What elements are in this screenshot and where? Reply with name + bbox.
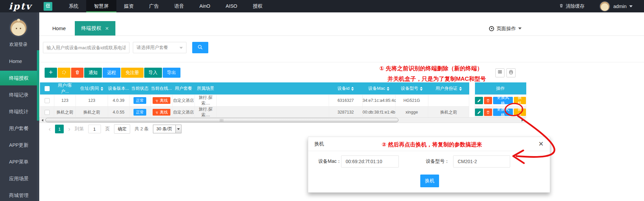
page-operations-label: 页面操作 — [496, 25, 516, 32]
nav-item-voice[interactable]: 语音 — [167, 0, 192, 12]
select-all-checkbox[interactable] — [45, 86, 50, 91]
clear-cache-button[interactable]: 清除缓存 — [559, 3, 585, 9]
col-device-id[interactable]: 设备id — [329, 82, 363, 95]
scrollbar-thumb[interactable] — [45, 118, 398, 122]
page-operations-dropdown[interactable]: 页面操作 — [489, 21, 522, 36]
page-size-select[interactable]: 30 条/页 — [153, 125, 181, 133]
sort-icon[interactable] — [101, 87, 103, 91]
sidebar-item-home[interactable]: Home — [0, 54, 37, 69]
nav-item-aino[interactable]: AinO — [192, 0, 218, 12]
search-icon — [197, 44, 203, 51]
col-status[interactable]: 当前状态 — [129, 82, 151, 95]
trash-icon — [559, 3, 564, 9]
col-scene[interactable]: 所属场景 — [195, 82, 217, 95]
add-button[interactable] — [45, 68, 57, 78]
annotation-step2: ② 然后再点击换机，将复制的参数搞进来 — [382, 141, 482, 148]
package-select[interactable]: 请选择用户套餐 — [133, 42, 186, 53]
nav-item-license[interactable]: 授权 — [245, 0, 270, 12]
scroll-right-button[interactable] — [520, 118, 525, 123]
swap-device-button-circled[interactable]: 换机 — [514, 109, 526, 116]
row-checkbox[interactable] — [45, 110, 50, 115]
edit-button[interactable] — [475, 97, 483, 104]
modal-swap-button[interactable]: 换机 — [420, 175, 439, 187]
target-icon — [489, 26, 494, 31]
swap-device-button[interactable]: 换机 — [514, 97, 526, 104]
user-avatar[interactable] — [600, 2, 609, 11]
cell-scene: 旅行.探索.... — [195, 107, 217, 118]
scroll-left-button[interactable] — [40, 118, 45, 123]
model-label: 设备型号： — [426, 158, 449, 164]
delete-row-button[interactable] — [484, 97, 492, 104]
current-page-button[interactable]: 1 — [55, 125, 64, 133]
col-model[interactable]: 设备型号 — [395, 82, 428, 95]
cell-package: 自定义酒店 — [172, 107, 195, 118]
tab-terminal-auth[interactable]: 终端授权 ✕ — [75, 21, 115, 36]
col-address[interactable]: 住址/房间 — [76, 82, 108, 95]
change-style-button[interactable]: 更换风格 — [493, 97, 513, 104]
sidebar-item-terminal-stats[interactable]: 终端统计 — [0, 104, 37, 119]
col-id-card[interactable]: 用户身份证 — [428, 82, 469, 95]
cell-package: 自定义酒店 — [172, 95, 195, 107]
sidebar-item-user-packages[interactable]: 用户套餐 — [0, 121, 37, 136]
table-row: 换机之前 换机之前 4.0.55 正常 离线 自定义酒店 旅行.探索.... 3… — [40, 107, 526, 118]
col-version[interactable]: 设备版本... — [108, 82, 129, 95]
sort-icon[interactable] — [459, 87, 462, 91]
sidebar-item-terminal-records[interactable]: 终端记录 — [0, 87, 37, 102]
cell-version: 4.0.55 — [108, 107, 129, 118]
delete-row-button[interactable] — [484, 109, 492, 116]
remote-button[interactable]: 远程 — [103, 68, 120, 78]
sort-icon[interactable] — [420, 87, 423, 91]
sidebar-toggle-button[interactable] — [44, 2, 52, 11]
import-button[interactable]: 导入 — [144, 68, 162, 78]
cell-user: 换机之前 — [54, 107, 76, 118]
change-style-button[interactable]: 更换风格 — [493, 109, 513, 116]
goto-page-input[interactable] — [88, 125, 101, 133]
sidebar-item-app-menu[interactable]: APP菜单 — [0, 154, 37, 169]
col-user[interactable]: 用户/客户... — [54, 82, 76, 95]
export-button[interactable]: 导出 — [163, 68, 180, 78]
delete-button[interactable] — [71, 68, 84, 78]
sort-icon[interactable] — [387, 87, 389, 91]
search-button[interactable] — [192, 42, 208, 53]
print-button[interactable] — [506, 68, 516, 77]
col-mac[interactable]: 设备Mac — [363, 82, 395, 95]
sidebar-item-app-update[interactable]: APP更新 — [0, 138, 37, 152]
notify-button[interactable]: 通知 — [84, 68, 102, 78]
sidebar-item-mall-management[interactable]: 商城管理 — [0, 188, 37, 201]
navbar-right: 清除缓存 admin — [559, 2, 633, 11]
edit-button[interactable] — [475, 109, 483, 116]
free-register-button[interactable]: 免注册 — [121, 68, 144, 78]
search-input[interactable] — [43, 42, 129, 53]
tab-close-icon[interactable]: ✕ — [105, 26, 109, 31]
divider — [39, 62, 644, 62]
close-icon[interactable]: ✕ — [538, 140, 544, 148]
nav-item-ads[interactable]: 广告 — [142, 0, 167, 12]
select-arrow-button[interactable] — [175, 125, 181, 133]
sidebar-item-terminal-auth[interactable]: 终端授权 — [0, 71, 37, 85]
refresh-button[interactable] — [58, 68, 70, 78]
menu-collapse-icon — [45, 3, 51, 10]
tab-home[interactable]: Home — [43, 21, 75, 36]
col-online[interactable]: 当前在线... — [151, 82, 172, 95]
user-menu[interactable]: admin — [613, 4, 633, 9]
cell-model: xingge — [395, 107, 428, 118]
sort-icon[interactable] — [351, 87, 354, 91]
col-package[interactable]: 用户套餐 — [172, 82, 195, 95]
next-page-button[interactable]: › — [68, 125, 70, 133]
confirm-page-button[interactable]: 确定 — [114, 124, 130, 134]
nav-item-aiso[interactable]: AISO — [218, 0, 245, 12]
nav-item-smartscreen[interactable]: 智慧屏 — [86, 0, 116, 12]
sidebar-item-app-scenes[interactable]: 应用场景 — [0, 171, 37, 186]
model-input[interactable] — [453, 155, 510, 168]
horizontal-scrollbar[interactable] — [39, 117, 525, 123]
prev-page-button[interactable]: ‹ — [49, 125, 51, 133]
sidebar-scrollbar-thumb[interactable] — [37, 50, 39, 121]
row-checkbox[interactable] — [45, 98, 50, 103]
nav-item-media[interactable]: 媒资 — [116, 0, 142, 12]
nav-item-system[interactable]: 系统 — [61, 0, 86, 12]
mac-input[interactable] — [341, 155, 399, 168]
columns-icon — [497, 70, 502, 76]
pagination: ‹ 1 › 到第 页 确定 共 2 条 30 条/页 — [49, 124, 181, 134]
total-count-label: 共 2 条 — [135, 126, 149, 132]
status-badge: 正常 — [133, 97, 146, 104]
